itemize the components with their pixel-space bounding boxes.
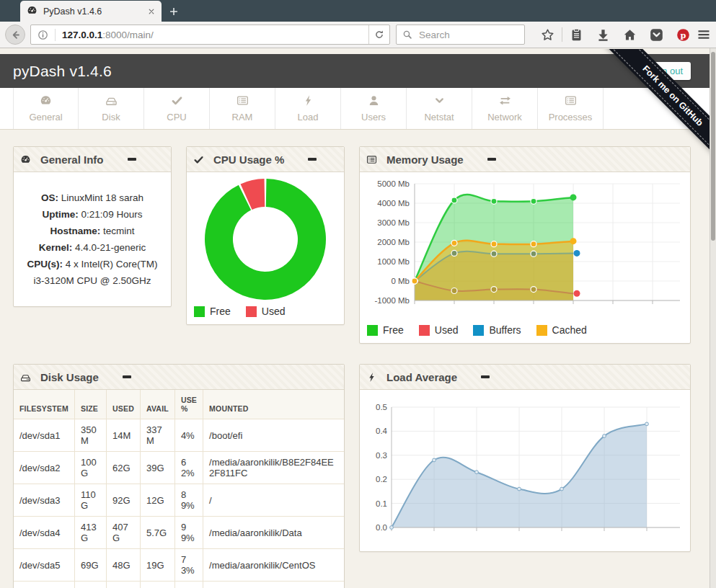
svg-text:-1000 Mb: -1000 Mb <box>374 296 410 305</box>
list-icon <box>565 94 577 107</box>
info-label: CPU(s): <box>27 259 63 270</box>
panel-cpu-usage: CPU Usage % FreeUsed <box>186 146 345 325</box>
nav-tab-general[interactable]: General <box>13 88 79 129</box>
gauge-icon <box>40 94 52 107</box>
collapse-button[interactable] <box>486 154 498 164</box>
table-header-cell: SIZE <box>74 390 106 419</box>
table-cell: 19G <box>140 549 174 582</box>
gauge-favicon-icon <box>27 5 37 18</box>
table-cell: 89% <box>174 484 203 517</box>
nav-tab-network[interactable]: Network <box>472 88 538 129</box>
collapse-button[interactable] <box>306 154 318 164</box>
nav-tab-users[interactable]: Users <box>341 88 407 129</box>
tab-title: PyDash v1.4.6 <box>43 6 142 17</box>
search-icon <box>402 30 412 40</box>
nav-tab-label: CPU <box>167 112 186 122</box>
minus-icon <box>481 375 490 378</box>
table-cell: 100G <box>74 452 106 484</box>
table-cell: 99% <box>174 517 203 549</box>
url-divider <box>55 29 56 41</box>
legend-item-used[interactable]: Used <box>246 306 286 317</box>
scrollbar-thumb[interactable] <box>711 52 715 241</box>
legend-swatch <box>367 325 378 336</box>
legend-item-buffers[interactable]: Buffers <box>473 324 521 336</box>
table-cell: /dev/sda2 <box>14 452 74 484</box>
table-row: cgmfs100K0100K0%/run/cgmanager/fs <box>14 582 344 588</box>
scrollbar[interactable] <box>710 48 716 588</box>
hamburger-menu-icon[interactable] <box>697 27 711 42</box>
back-button[interactable] <box>5 24 25 45</box>
nav-tab-cpu[interactable]: CPU <box>144 88 210 129</box>
legend-item-free[interactable]: Free <box>194 306 231 317</box>
panel-memory-usage: Memory Usage 5000 Mb4000 Mb3000 Mb2000 M… <box>359 146 691 344</box>
nav-tab-disk[interactable]: Disk <box>79 88 144 129</box>
table-cell: 12G <box>140 484 174 517</box>
downloads-icon[interactable] <box>590 28 616 42</box>
table-cell: /dev/sda5 <box>14 549 74 582</box>
hdd-icon <box>105 94 118 107</box>
table-cell: 337M <box>140 419 174 452</box>
url-bar[interactable]: 127.0.0.1 :8000/main/ <box>30 24 390 45</box>
load-average-chart: 0.50.40.30.20.10.0 <box>366 394 683 551</box>
browser-tab[interactable]: PyDash v1.4.6 <box>20 1 162 22</box>
home-icon[interactable] <box>616 28 643 42</box>
nav-tab-label: Disk <box>102 112 120 122</box>
tab-close-icon[interactable] <box>148 8 155 15</box>
legend-item-cached[interactable]: Cached <box>536 324 587 336</box>
nav-tab-label: Load <box>298 112 319 122</box>
cpu-legend: FreeUsed <box>193 302 338 324</box>
table-cell: cgmfs <box>14 582 74 588</box>
svg-text:0 Mb: 0 Mb <box>391 277 410 285</box>
info-label: Kernel: <box>39 242 73 253</box>
panel-header: Load Average <box>360 365 690 390</box>
table-cell: / <box>203 484 344 517</box>
collapse-button[interactable] <box>126 154 138 164</box>
reading-list-icon[interactable] <box>563 28 590 42</box>
table-cell: 413G <box>74 517 106 549</box>
table-cell: 0 <box>106 582 140 588</box>
panel-header: Disk Usage <box>14 365 344 390</box>
nav-tab-label: RAM <box>232 112 253 122</box>
search-input[interactable] <box>417 29 518 41</box>
search-bar[interactable] <box>396 24 525 45</box>
collapse-button[interactable] <box>121 372 133 382</box>
svg-text:4000 Mb: 4000 Mb <box>377 199 410 208</box>
new-tab-button[interactable] <box>162 1 186 22</box>
table-row: /dev/sda1350M14M337M4%/boot/efi <box>14 419 344 452</box>
pinterest-icon[interactable]: p <box>670 28 697 42</box>
legend-swatch <box>536 325 547 336</box>
panel-title: General Info <box>40 153 104 166</box>
table-row: /dev/sda3110G92G12G89%/ <box>14 484 344 517</box>
bookmark-star-icon[interactable] <box>534 28 561 42</box>
table-cell: /media/aaronkilik/B8E2F84EE2F811FC <box>203 452 344 484</box>
panel-title: Disk Usage <box>40 371 99 383</box>
legend-item-used[interactable]: Used <box>419 324 459 336</box>
legend-item-free[interactable]: Free <box>367 324 404 336</box>
nav-tab-load[interactable]: Load <box>275 88 341 129</box>
info-line: CPU(s): 4 x Intel(R) Core(TM) <box>17 256 168 272</box>
memory-chart-body: 5000 Mb4000 Mb3000 Mb2000 Mb1000 Mb0 Mb-… <box>360 172 690 343</box>
nav-tab-processes[interactable]: Processes <box>538 88 604 129</box>
pocket-icon[interactable] <box>643 28 670 42</box>
table-cell: /boot/efi <box>203 419 344 452</box>
browser-toolbar: 127.0.0.1 :8000/main/ p <box>0 22 716 48</box>
nav-tab-netstat[interactable]: Netstat <box>407 88 472 129</box>
hdd-icon <box>20 372 31 383</box>
svg-text:0.4: 0.4 <box>376 427 388 435</box>
svg-text:2000 Mb: 2000 Mb <box>377 238 410 246</box>
panel-header: General Info <box>14 147 171 172</box>
cpu-donut-chart <box>193 177 338 302</box>
minus-icon <box>308 158 317 161</box>
table-cell: 14M <box>106 419 140 452</box>
nav-tab-ram[interactable]: RAM <box>210 88 275 129</box>
info-line: OS: LinuxMint 18 sarah <box>17 190 168 206</box>
panel-title: Memory Usage <box>386 153 464 166</box>
site-info-icon[interactable] <box>37 30 48 40</box>
url-path: :8000/main/ <box>102 30 154 40</box>
info-line: Uptime: 0:21:09 Hours <box>17 206 168 223</box>
app-title: pyDash v1.4.6 <box>13 63 112 80</box>
reload-button[interactable] <box>368 25 389 44</box>
collapse-button[interactable] <box>479 372 491 382</box>
info-label: Uptime: <box>43 209 79 220</box>
table-cell: /dev/sda4 <box>14 517 74 549</box>
